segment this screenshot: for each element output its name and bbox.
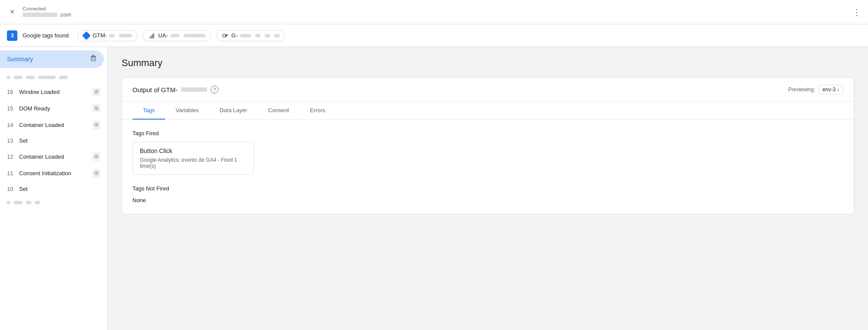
main-layout: Summary 16 Window Loaded	[0, 47, 868, 330]
ua-id-blur2	[184, 34, 205, 37]
tag-card-name: Button Click	[140, 147, 247, 154]
sidebar-event-15[interactable]: 15 DOM Ready	[0, 100, 107, 117]
event-number: 13	[7, 137, 16, 144]
tab-errors[interactable]: Errors	[300, 102, 336, 120]
event-icon	[92, 153, 100, 160]
tag-pills-bar: 3 Google tags found GTM- UA-	[0, 24, 868, 47]
gtm-tag-pill[interactable]: GTM-	[77, 30, 138, 41]
tags-fired-label: Tags Fired	[132, 130, 843, 137]
tab-tags[interactable]: Tags	[132, 102, 165, 120]
connected-info: Connected .com	[23, 6, 71, 18]
chevron-right-icon: ›	[837, 86, 839, 93]
output-panel: Output of GTM- ? Previewing: env-3 › Tag…	[122, 77, 854, 214]
sidebar-event-10[interactable]: 10 Set	[0, 181, 107, 197]
blur-block	[26, 76, 35, 79]
blur-block	[14, 76, 23, 79]
event-name: Consent Initialization	[19, 170, 89, 177]
page-title: Summary	[122, 57, 854, 69]
output-prefix: Output of GTM-	[132, 86, 178, 93]
blur-block	[14, 201, 23, 204]
gtm-prefix: GTM-	[92, 32, 107, 39]
ua-icon	[149, 32, 155, 39]
svg-rect-8	[92, 55, 95, 56]
gtm-id-blur	[181, 87, 207, 92]
g-tag-pill[interactable]: G-	[216, 30, 285, 41]
g-id-blur2	[255, 34, 261, 37]
event-name: Container Loaded	[19, 122, 89, 128]
svg-rect-5	[225, 34, 227, 36]
help-icon[interactable]: ?	[211, 86, 218, 93]
sidebar-delete-icon[interactable]	[90, 55, 97, 63]
g-icon	[222, 32, 229, 39]
svg-rect-10	[91, 57, 96, 61]
connected-url: .com	[23, 11, 71, 18]
sidebar-event-16[interactable]: 16 Window Loaded	[0, 83, 107, 100]
event-icon	[92, 169, 100, 177]
content-area: Summary Output of GTM- ? Previewing: env…	[108, 47, 868, 330]
event-number: 10	[7, 186, 16, 192]
top-bar: × Connected .com ⋮	[0, 0, 868, 24]
tab-consent[interactable]: Consent	[257, 102, 299, 120]
tag-card-sub: Google Analytics: evento de GA4 - Fired …	[140, 157, 247, 169]
tab-variables[interactable]: Variables	[165, 102, 209, 120]
svg-rect-1	[151, 36, 152, 38]
g-id-blur3	[265, 34, 270, 37]
event-name: DOM Ready	[19, 105, 89, 112]
sidebar-event-14[interactable]: 14 Container Loaded	[0, 117, 107, 133]
sidebar-summary-label: Summary	[7, 56, 33, 63]
more-options-button[interactable]: ⋮	[852, 7, 861, 17]
gtm-id-blur	[109, 34, 115, 37]
ua-tag-pill[interactable]: UA-	[143, 30, 211, 41]
output-panel-header: Output of GTM- ? Previewing: env-3 ›	[122, 78, 854, 102]
g-id-blur1	[240, 34, 251, 37]
blur-block	[38, 76, 56, 79]
svg-rect-3	[153, 33, 154, 38]
sidebar-event-13[interactable]: 13 Set	[0, 133, 107, 148]
blur-block	[26, 201, 31, 204]
event-icon	[92, 104, 100, 112]
tag-card-button-click[interactable]: Button Click Google Analytics: evento de…	[132, 142, 254, 175]
sidebar-summary-item[interactable]: Summary	[0, 50, 104, 68]
blur-block	[59, 76, 68, 79]
event-number: 16	[7, 89, 16, 95]
sidebar-event-12[interactable]: 12 Container Loaded	[0, 148, 107, 165]
gtm-id-blur2	[119, 34, 132, 37]
url-suffix: .com	[59, 11, 71, 18]
event-name: Container Loaded	[19, 153, 89, 160]
blur-block	[35, 201, 40, 204]
svg-rect-7	[225, 36, 227, 37]
svg-rect-9	[91, 56, 96, 57]
tabs-row: Tags Variables Data Layer Consent Errors	[122, 102, 854, 120]
g-id-blur4	[274, 34, 280, 37]
tag-count-badge: 3	[7, 30, 17, 41]
sidebar-event-11[interactable]: 11 Consent Initialization	[0, 165, 107, 181]
tags-found-label: Google tags found	[23, 32, 69, 39]
blur-block	[7, 201, 10, 204]
tab-data-layer[interactable]: Data Layer	[209, 102, 258, 120]
env-badge[interactable]: env-3 ›	[818, 85, 843, 94]
event-number: 12	[7, 153, 16, 160]
event-number: 15	[7, 105, 16, 112]
close-icon: ×	[10, 7, 15, 17]
close-button[interactable]: ×	[7, 7, 17, 17]
ua-id-blur	[171, 34, 179, 37]
env-badge-label: env-3	[822, 87, 835, 93]
svg-rect-0	[149, 37, 150, 38]
event-name: Set	[19, 186, 100, 192]
event-name: Set	[19, 137, 100, 144]
url-blur	[23, 13, 57, 17]
gtm-diamond-icon	[82, 31, 91, 40]
svg-rect-2	[152, 34, 153, 38]
top-bar-left: × Connected .com	[7, 6, 71, 18]
blur-block	[7, 76, 10, 79]
g-prefix: G-	[231, 32, 238, 39]
gtm-icon	[83, 32, 90, 39]
svg-rect-6	[227, 34, 228, 36]
tags-not-fired-label: Tags Not Fired	[132, 185, 843, 192]
tags-content: Tags Fired Button Click Google Analytics…	[122, 120, 854, 214]
output-title: Output of GTM- ?	[132, 86, 218, 93]
event-icon	[92, 88, 100, 96]
sidebar-blur-bottom	[0, 197, 107, 209]
none-label: None	[132, 197, 843, 203]
svg-rect-4	[223, 34, 225, 37]
